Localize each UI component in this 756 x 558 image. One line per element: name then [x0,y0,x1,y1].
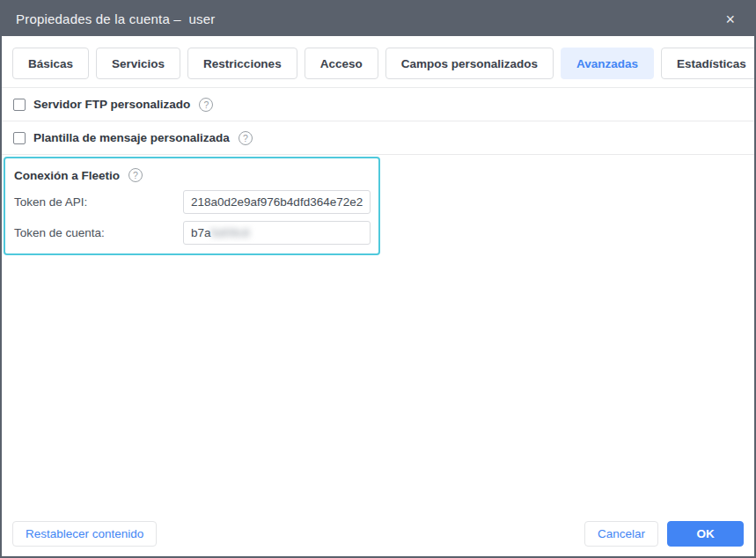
reset-content-button[interactable]: Restablecer contenido [12,521,157,547]
message-template-checkbox-label: Plantilla de mensaje personalizada [33,131,230,144]
ftp-checkbox-label: Servidor FTP personalizado [33,98,190,111]
tab-servicios[interactable]: Servicios [96,48,180,79]
tab-campos-personalizados[interactable]: Campos personalizados [385,48,554,79]
dialog-titlebar: Propiedades de la cuenta – user × [2,2,754,36]
help-icon[interactable]: ? [239,131,253,145]
tab-bar: Básicas Servicios Restricciones Acceso C… [2,36,754,88]
tab-basicas[interactable]: Básicas [12,48,89,79]
api-token-value: 218a0d2e9af976b4dfd364e72e2 [191,195,363,209]
account-token-input[interactable]: b7a 5d09c8 [183,221,371,245]
cancel-button[interactable]: Cancelar [584,521,658,547]
footer-action-buttons: Cancelar OK [584,521,744,547]
dialog-footer: Restablecer contenido Cancelar OK [2,521,754,556]
tab-estadisticas[interactable]: Estadísticas [661,48,756,79]
tab-restricciones[interactable]: Restricciones [187,48,297,79]
tab-acceso[interactable]: Acceso [305,48,378,79]
tab-avanzadas[interactable]: Avanzadas [561,48,654,79]
api-token-row: Token de API: 218a0d2e9af976b4dfd364e72e… [14,190,371,214]
ftp-checkbox[interactable] [13,99,26,111]
option-row-message-template: Plantilla de mensaje personalizada ? [2,121,754,155]
api-token-label: Token de API: [14,195,183,209]
help-icon[interactable]: ? [128,168,143,182]
account-token-label: Token de cuenta: [14,226,183,239]
dialog-title: Propiedades de la cuenta – user [16,11,720,26]
close-icon[interactable]: × [720,8,740,31]
account-token-row: Token de cuenta: b7a 5d09c8 [14,221,371,245]
account-token-visible-value: b7a [191,226,211,239]
message-template-checkbox[interactable] [13,132,26,144]
account-properties-dialog: Propiedades de la cuenta – user × Básica… [0,0,756,558]
ok-button[interactable]: OK [667,521,744,547]
fleetio-connection-section: Conexión a Fleetio ? Token de API: 218a0… [4,157,380,255]
option-row-ftp: Servidor FTP personalizado ? [2,88,754,121]
account-token-redacted-value: 5d09c8 [211,226,250,239]
api-token-input[interactable]: 218a0d2e9af976b4dfd364e72e2 [183,190,371,214]
help-icon[interactable]: ? [199,98,213,112]
fleetio-section-header: Conexión a Fleetio ? [14,166,371,182]
fleetio-section-title: Conexión a Fleetio [14,169,120,182]
